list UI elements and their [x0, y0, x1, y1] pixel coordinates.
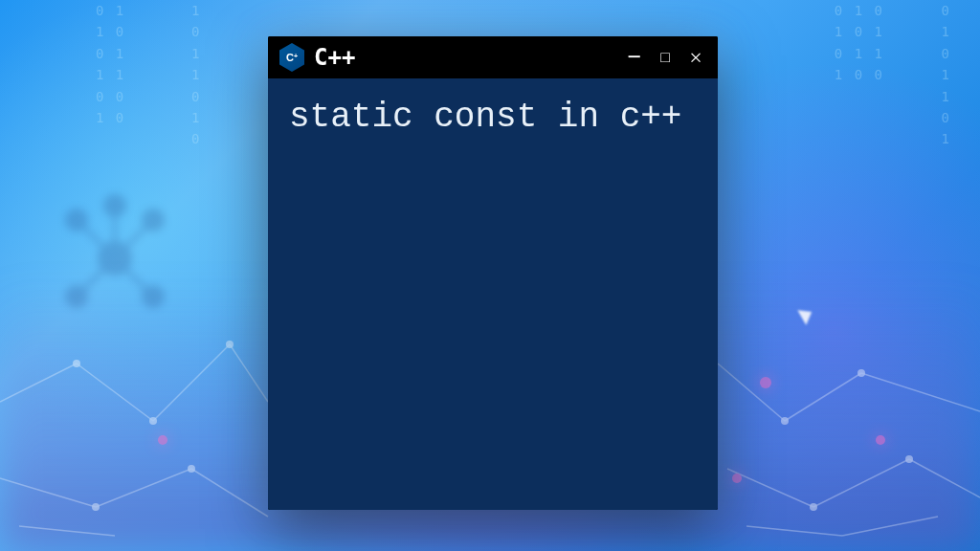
svg-line-14 [230, 344, 268, 402]
window-titlebar[interactable]: C+ C++ − □ × [268, 36, 718, 78]
minimize-button[interactable]: − [624, 47, 645, 68]
svg-point-38 [876, 435, 885, 445]
close-button[interactable]: × [685, 47, 706, 68]
svg-line-17 [191, 469, 268, 517]
svg-line-16 [96, 469, 191, 507]
svg-line-20 [785, 373, 861, 421]
svg-line-19 [718, 364, 785, 421]
svg-point-36 [760, 377, 771, 388]
window-title: C++ [314, 44, 614, 71]
svg-line-12 [77, 364, 153, 421]
svg-point-31 [188, 465, 195, 473]
svg-point-34 [810, 503, 817, 511]
svg-point-30 [92, 503, 100, 511]
svg-line-25 [746, 526, 842, 536]
svg-line-15 [0, 478, 96, 507]
cpp-logo-icon: C+ [279, 43, 304, 72]
svg-line-22 [727, 469, 813, 507]
maximize-button[interactable]: □ [655, 47, 676, 68]
svg-point-28 [149, 417, 157, 425]
svg-line-13 [153, 344, 230, 421]
window-controls: − □ × [624, 47, 706, 68]
svg-point-33 [858, 369, 865, 377]
svg-line-21 [861, 373, 980, 411]
code-content: static const in c++ [289, 96, 697, 141]
svg-point-29 [226, 341, 234, 348]
svg-point-27 [73, 360, 80, 367]
svg-point-37 [732, 474, 742, 483]
svg-point-35 [905, 455, 913, 463]
svg-line-11 [0, 364, 77, 402]
svg-point-32 [781, 417, 789, 425]
window-body: static const in c++ [268, 78, 718, 510]
code-window: C+ C++ − □ × static const in c++ [268, 36, 718, 510]
svg-line-24 [909, 459, 980, 497]
svg-point-39 [158, 435, 167, 445]
svg-line-23 [813, 459, 909, 507]
svg-line-18 [19, 526, 115, 536]
svg-line-26 [842, 517, 938, 536]
